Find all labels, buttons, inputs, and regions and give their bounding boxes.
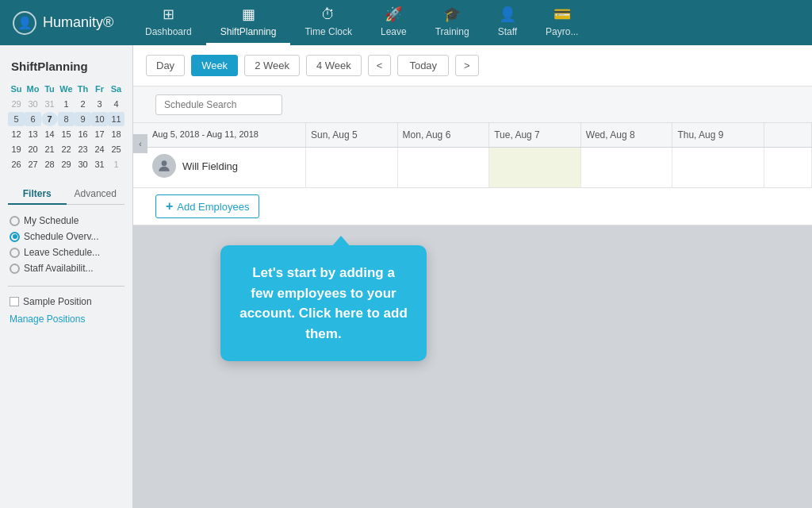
nav-label-shiftplanning: ShiftPlanning [220,26,277,37]
cal-cell[interactable]: 31 [91,157,108,171]
cal-cell[interactable]: 23 [75,142,91,156]
col-mon: Mon, Aug 6 [398,123,490,147]
cal-cell[interactable]: 8 [58,112,75,126]
cal-cell[interactable]: 13 [25,127,41,141]
cal-day-fr: Fr [91,83,108,95]
manage-positions-link[interactable]: Manage Positions [8,310,124,328]
cal-cell[interactable]: 16 [75,127,91,141]
today-button[interactable]: Today [397,55,449,76]
radio-schedule-overview[interactable]: Schedule Overv... [8,229,124,244]
cal-cell[interactable]: 20 [25,142,41,156]
schedule-search-input[interactable] [155,94,282,115]
cal-day-tu: Tu [41,83,58,95]
cal-cell[interactable]: 30 [75,157,91,171]
emp-cell-mon [398,148,490,187]
nav-label-dashboard: Dashboard [145,26,192,37]
cal-cell[interactable]: 21 [41,142,58,156]
cal-cell[interactable]: 28 [41,157,58,171]
cal-cell[interactable]: 2 [75,97,91,111]
nav-label-training: Training [435,26,469,37]
cal-cell[interactable]: 25 [108,142,124,156]
cal-cell[interactable]: 10 [91,112,108,126]
cal-cell[interactable]: 11 [108,112,124,126]
radio-staff-availability[interactable]: Staff Availabilit... [8,260,124,276]
radio-label-my-schedule: My Schedule [24,215,79,226]
col-wed: Wed, Aug 8 [581,123,673,147]
cal-grid: 29 30 31 1 2 3 4 5 6 7 8 9 10 11 12 13 1… [8,97,124,171]
collapse-button[interactable]: ‹ [133,134,147,153]
cal-cell[interactable]: 1 [58,97,75,111]
grid-header: Aug 5, 2018 - Aug 11, 2018 Sun, Aug 5 Mo… [133,123,812,148]
cal-cell[interactable]: 3 [91,97,108,111]
tab-advanced[interactable]: Advanced [67,184,125,204]
emp-cell-tue [489,148,581,187]
cal-cell[interactable]: 24 [91,142,108,156]
cal-day-mo: Mo [25,83,41,95]
tooltip-text: Let's start by adding a few employees to… [239,265,408,341]
cal-cell[interactable]: 17 [91,127,108,141]
cal-cell[interactable]: 29 [58,157,75,171]
cal-cell[interactable]: 30 [25,97,41,111]
main-container: ShiftPlanning Su Mo Tu We Th Fr Sa 29 30… [0,45,812,508]
tab-filters[interactable]: Filters [8,184,67,205]
nav-items-container: ⊞ Dashboard ▦ ShiftPlanning ⏱ Time Clock… [131,0,812,45]
cal-cell[interactable]: 22 [58,142,75,156]
cal-cell[interactable]: 14 [41,127,58,141]
search-row [133,87,812,123]
cal-cell[interactable]: 15 [58,127,75,141]
cal-cell[interactable]: 5 [8,112,25,126]
brand-icon: 👤 [13,11,36,35]
cal-cell[interactable]: 29 [8,97,25,111]
cal-cell[interactable]: 6 [25,112,41,126]
radio-leave-schedule[interactable]: Leave Schedule... [8,244,124,260]
nav-item-leave[interactable]: 🚀 Leave [366,0,421,45]
nav-item-dashboard[interactable]: ⊞ Dashboard [131,0,206,45]
nav-label-payroll: Payro... [546,26,578,37]
prev-button[interactable]: < [368,55,392,76]
position-section: Sample Position [8,286,124,310]
nav-item-training[interactable]: 🎓 Training [421,0,484,45]
cal-cell[interactable]: 27 [25,157,41,171]
cal-cell[interactable]: 31 [41,97,58,111]
cal-day-sa: Sa [108,83,124,95]
nav-item-payroll[interactable]: 💳 Payro... [531,0,592,45]
employee-info-cell: Will Fielding [147,148,306,187]
radio-my-schedule[interactable]: My Schedule [8,213,124,229]
col-sun: Sun, Aug 5 [306,123,398,147]
svg-point-0 [162,160,167,166]
next-button[interactable]: > [455,55,479,76]
add-employees-row: + Add Employees [133,188,812,225]
nav-label-timeclock: Time Clock [304,26,352,37]
cal-cell[interactable]: 19 [8,142,25,156]
view-2week-button[interactable]: 2 Week [244,55,300,76]
nav-item-staff[interactable]: 👤 Staff [484,0,531,45]
tooltip-bubble[interactable]: Let's start by adding a few employees to… [220,245,427,361]
mini-calendar: Su Mo Tu We Th Fr Sa 29 30 31 1 2 3 4 5 … [8,83,124,171]
person-icon: 👤 [17,16,33,30]
nav-label-staff: Staff [498,26,517,37]
staff-icon: 👤 [499,6,516,23]
brand-logo[interactable]: 👤 Humanity® [0,11,131,35]
view-4week-button[interactable]: 4 Week [306,55,362,76]
position-label: Sample Position [23,296,92,307]
top-navigation: 👤 Humanity® ⊞ Dashboard ▦ ShiftPlanning … [0,0,812,45]
position-checkbox[interactable] [10,297,19,306]
cal-cell[interactable]: 1 [108,157,124,171]
cal-day-th: Th [75,83,91,95]
view-day-button[interactable]: Day [146,55,185,76]
shiftplanning-icon: ▦ [242,6,255,23]
cal-cell-today[interactable]: 7 [41,112,58,126]
toolbar: Day Week 2 Week 4 Week < Today > [133,45,812,87]
cal-cell[interactable]: 9 [75,112,91,126]
nav-item-shiftplanning[interactable]: ▦ ShiftPlanning [206,0,291,45]
view-week-button[interactable]: Week [191,55,238,76]
add-employees-button[interactable]: + Add Employees [155,194,259,218]
cal-cell[interactable]: 12 [8,127,25,141]
radio-label-leave-schedule: Leave Schedule... [24,247,100,258]
cal-cell[interactable]: 4 [108,97,124,111]
radio-group: My Schedule Schedule Overv... Leave Sche… [8,213,124,276]
radio-label-schedule-overview: Schedule Overv... [24,231,99,242]
cal-cell[interactable]: 18 [108,127,124,141]
cal-cell[interactable]: 26 [8,157,25,171]
nav-item-timeclock[interactable]: ⏱ Time Clock [290,0,366,45]
